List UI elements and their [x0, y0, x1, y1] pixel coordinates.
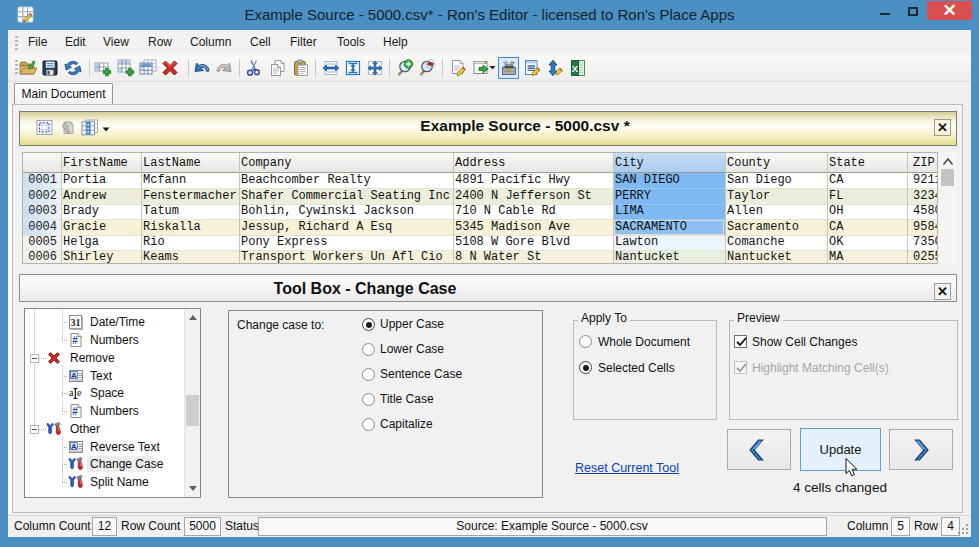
svg-text:A: A — [71, 371, 77, 380]
svg-text:A: A — [71, 442, 77, 451]
svg-text:X: X — [572, 63, 579, 74]
svg-text:#: # — [72, 335, 78, 346]
svg-text:a: a — [69, 387, 74, 398]
svg-text:31: 31 — [71, 317, 81, 328]
svg-text:#: # — [72, 406, 78, 417]
svg-text:e: e — [77, 387, 82, 398]
